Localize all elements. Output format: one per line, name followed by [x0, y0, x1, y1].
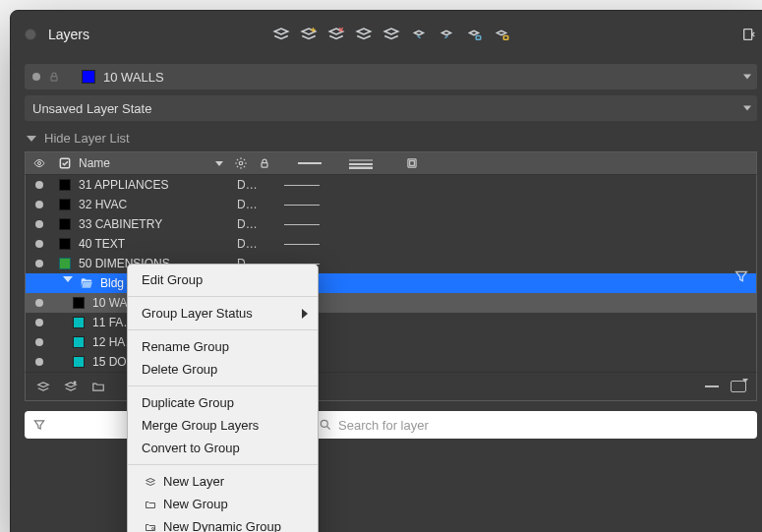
menu-label: Group Layer Status [142, 306, 253, 321]
lineweight-column-icon[interactable] [335, 157, 386, 169]
search-input[interactable] [338, 418, 757, 433]
layer-row[interactable]: 32 HVAC D… [26, 195, 756, 214]
layer-default: D… [229, 237, 276, 251]
layer-state-dropdown[interactable]: Unsaved Layer State [25, 95, 757, 121]
menu-label: New Dynamic Group [163, 519, 281, 532]
layer-default: D… [229, 178, 276, 192]
layers-stack-unlock-icon[interactable] [493, 26, 510, 43]
tag-column-icon[interactable] [229, 156, 253, 170]
visibility-dot-icon[interactable] [35, 240, 43, 248]
visibility-dot-icon[interactable] [35, 338, 43, 346]
menu-label: Rename Group [142, 339, 229, 354]
layer-color-swatch[interactable] [59, 238, 71, 250]
layers-stack-lock-icon[interactable] [465, 26, 483, 43]
current-layer-color-swatch [82, 70, 95, 84]
menu-group-layer-status[interactable]: Group Layer Status [128, 302, 318, 325]
svg-point-4 [38, 162, 41, 165]
search-icon [319, 418, 332, 432]
menu-duplicate-group[interactable]: Duplicate Group [128, 391, 318, 414]
row-filter-icon[interactable] [733, 268, 749, 284]
new-group-footer-icon[interactable] [90, 380, 106, 393]
layer-color-swatch[interactable] [59, 199, 71, 210]
name-column-header[interactable]: Name [77, 156, 229, 170]
divider-icon [68, 71, 82, 83]
layers-stack-icon[interactable] [272, 26, 290, 43]
layer-color-swatch[interactable] [73, 297, 85, 309]
new-layer-icon[interactable] [35, 380, 51, 393]
visibility-dot-icon[interactable] [35, 201, 43, 208]
linetype-preview [284, 244, 320, 245]
layer-color-swatch[interactable] [73, 336, 85, 348]
menu-label: Convert to Group [142, 441, 240, 455]
menu-label: New Layer [163, 474, 224, 489]
menu-rename-group[interactable]: Rename Group [128, 335, 318, 358]
menu-separator [128, 296, 318, 297]
linetype-preview [284, 205, 320, 206]
group-context-menu: Edit Group Group Layer Status Rename Gro… [127, 264, 319, 532]
lock-column-icon[interactable] [253, 157, 276, 169]
svg-rect-7 [262, 163, 267, 168]
visibility-dot-icon[interactable] [35, 299, 43, 307]
linetype-preview [284, 185, 320, 186]
svg-rect-2 [744, 30, 752, 40]
visibility-dot-icon[interactable] [35, 260, 43, 267]
svg-rect-1 [503, 36, 508, 40]
menu-separator [128, 385, 318, 386]
layer-default: D… [229, 217, 276, 231]
hide-layer-list-toggle[interactable]: Hide Layer List [25, 121, 757, 151]
layers-icon [142, 476, 159, 488]
menu-convert-to-group[interactable]: Convert to Group [128, 437, 318, 459]
window-close-icon[interactable] [25, 29, 36, 40]
view-mode-dropdown-icon[interactable] [731, 381, 746, 392]
layers-stack-move-icon[interactable] [382, 26, 400, 43]
chevron-down-icon [743, 75, 751, 80]
menu-label: Edit Group [142, 272, 203, 287]
layers-stack-x-icon[interactable] [327, 26, 345, 43]
menu-separator [128, 329, 318, 330]
new-layer-x-icon[interactable] [63, 380, 79, 393]
layer-row[interactable]: 31 APPLIANCES D… [26, 175, 756, 195]
layer-name: 40 TEXT [77, 237, 229, 251]
layers-panel-window: Layers 10 WALLS Unsaved Layer St [10, 10, 762, 532]
layer-color-swatch[interactable] [59, 179, 71, 191]
menu-merge-group-layers[interactable]: Merge Group Layers [128, 414, 318, 437]
layer-color-swatch[interactable] [73, 317, 85, 328]
svg-point-14 [321, 420, 327, 427]
layers-stack-check-icon[interactable] [355, 26, 373, 43]
print-column-icon[interactable] [386, 156, 438, 170]
visibility-dot-icon[interactable] [35, 319, 43, 326]
filter-icon[interactable] [32, 418, 46, 432]
layer-row[interactable]: 40 TEXT D… [26, 234, 756, 254]
layer-color-swatch[interactable] [59, 258, 71, 269]
layer-default: D… [229, 198, 276, 211]
hide-layer-list-label: Hide Layer List [44, 131, 130, 146]
folder-open-icon [79, 276, 94, 290]
visibility-dot-icon[interactable] [35, 220, 43, 228]
visibility-dot-icon[interactable] [35, 181, 43, 189]
layer-utility-toolbar [272, 26, 510, 43]
layers-stack-plus-icon[interactable] [300, 26, 318, 43]
detach-panel-icon[interactable] [741, 27, 757, 42]
menu-new-group[interactable]: New Group [128, 493, 318, 515]
menu-edit-group[interactable]: Edit Group [128, 268, 318, 291]
chevron-down-icon[interactable] [63, 276, 73, 282]
layer-row[interactable]: 33 CABINETRY D… [26, 214, 756, 234]
layers-stack-arrow-left-icon[interactable] [410, 26, 428, 43]
selectable-column-icon[interactable] [58, 156, 72, 170]
folder-gear-icon [142, 521, 159, 533]
remove-icon[interactable] [705, 385, 719, 387]
menu-label: New Group [163, 497, 228, 511]
layer-color-swatch[interactable] [59, 218, 71, 230]
menu-new-layer[interactable]: New Layer [128, 470, 318, 493]
layers-stack-arrow-right-icon[interactable] [438, 26, 455, 43]
current-layer-dropdown[interactable]: 10 WALLS [25, 64, 757, 89]
layer-color-swatch[interactable] [73, 356, 85, 368]
visibility-dot-icon[interactable] [35, 358, 43, 366]
visibility-column-icon[interactable] [31, 157, 47, 169]
linetype-column-icon[interactable] [284, 158, 335, 168]
menu-label: Merge Group Layers [142, 418, 259, 433]
folder-icon [142, 499, 159, 510]
svg-rect-5 [60, 158, 69, 167]
menu-delete-group[interactable]: Delete Group [128, 358, 318, 381]
menu-new-dynamic-group[interactable]: New Dynamic Group [128, 515, 318, 532]
